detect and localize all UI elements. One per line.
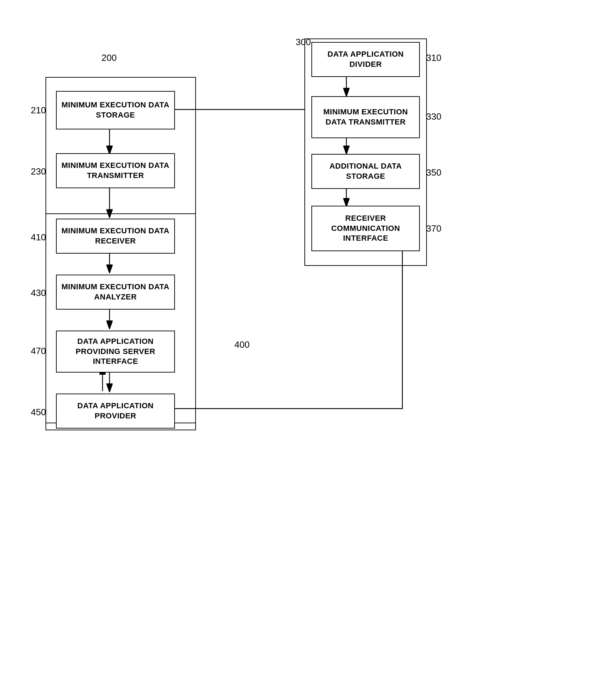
- label-370: 370: [426, 223, 441, 234]
- block-min-exec-data-transmitter-right: MINIMUM EXECUTION DATA TRANSMITTER: [311, 96, 420, 138]
- label-430: 430: [31, 288, 46, 298]
- label-350: 350: [426, 167, 441, 178]
- block-min-exec-data-storage: MINIMUM EXECUTION DATA STORAGE: [56, 91, 175, 129]
- block-min-exec-data-analyzer: MINIMUM EXECUTION DATA ANALYZER: [56, 275, 175, 310]
- block-data-app-divider: DATA APPLICATION DIVIDER: [311, 42, 420, 77]
- label-330: 330: [426, 111, 441, 122]
- diagram-container: 200 300 400 DATA APPLICATION DIVIDER 310…: [17, 17, 577, 682]
- label-400: 400: [234, 339, 249, 350]
- label-470: 470: [31, 346, 46, 356]
- label-410: 410: [31, 232, 46, 243]
- label-300: 300: [296, 37, 311, 48]
- label-200: 200: [101, 52, 117, 63]
- label-450: 450: [31, 407, 46, 418]
- block-data-app-provider: DATA APPLICATION PROVIDER: [56, 394, 175, 429]
- block-data-app-providing-server-interface: DATA APPLICATION PROVIDING SERVER INTERF…: [56, 331, 175, 373]
- label-230: 230: [31, 166, 46, 177]
- label-310: 310: [426, 52, 441, 63]
- block-min-exec-data-receiver: MINIMUM EXECUTION DATA RECEIVER: [56, 219, 175, 254]
- label-210: 210: [31, 105, 46, 116]
- block-receiver-comm-interface: RECEIVER COMMUNICATION INTERFACE: [311, 206, 420, 251]
- block-min-exec-data-transmitter-left: MINIMUM EXECUTION DATA TRANSMITTER: [56, 153, 175, 188]
- block-additional-data-storage: ADDITIONAL DATA STORAGE: [311, 154, 420, 189]
